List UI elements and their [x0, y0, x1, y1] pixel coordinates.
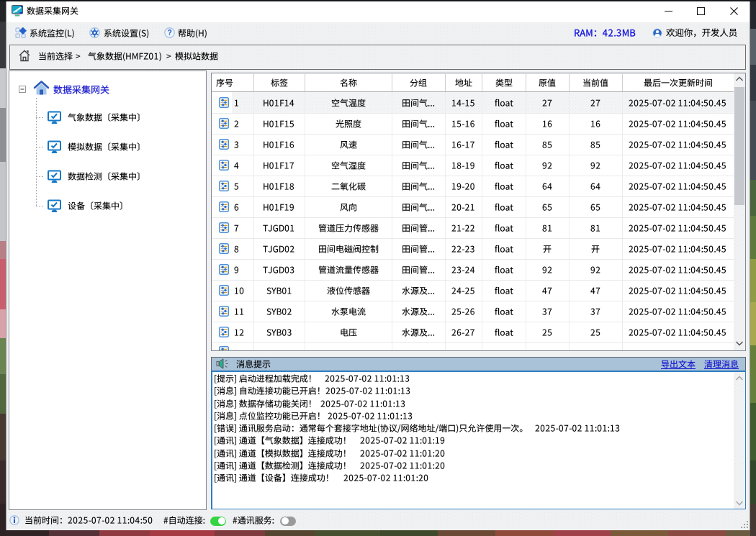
svg-text:?: ?: [167, 29, 171, 37]
